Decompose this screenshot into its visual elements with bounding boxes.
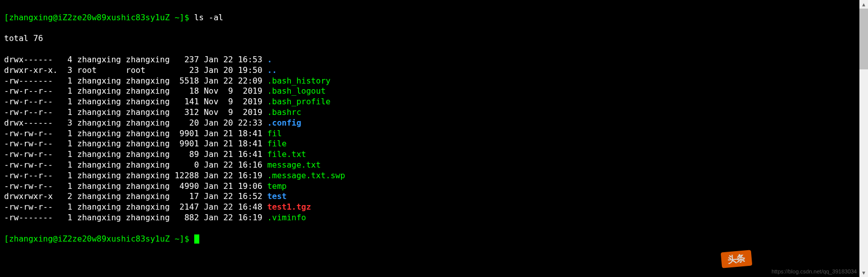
file-name: test1.tgz	[267, 202, 311, 212]
list-row: -rw-rw-r-- 1 zhangxing zhangxing 9901 Ja…	[4, 139, 864, 149]
total-line: total 76	[4, 33, 864, 44]
list-row: drwx------ 4 zhangxing zhangxing 237 Jan…	[4, 55, 864, 65]
file-meta: -rw-rw-r-- 1 zhangxing zhangxing 4990 Ja…	[4, 181, 267, 191]
file-name: temp	[267, 181, 287, 191]
file-name: .viminfo	[267, 213, 306, 222]
csdn-watermark: https://blog.csdn.net/qq_39183034	[771, 268, 857, 275]
scroll-down-button[interactable]: ▼	[859, 268, 868, 277]
file-meta: -rw-r--r-- 1 zhangxing zhangxing 12288 J…	[4, 171, 267, 180]
list-row: -rw-rw-r-- 1 zhangxing zhangxing 89 Jan …	[4, 149, 864, 160]
toutiao-badge: 头条	[721, 250, 753, 268]
vertical-scrollbar[interactable]: ▲ ▼	[859, 0, 868, 277]
file-name: fil	[267, 129, 282, 138]
list-row: drwxrwxr-x 2 zhangxing zhangxing 17 Jan …	[4, 191, 864, 202]
prompt-line: [zhangxing@iZ2ze20w89xushic83sy1uZ ~]$ l…	[4, 13, 864, 23]
list-row: -rw------- 1 zhangxing zhangxing 882 Jan…	[4, 213, 864, 223]
list-row: -rw-rw-r-- 1 zhangxing zhangxing 2147 Ja…	[4, 202, 864, 213]
file-meta: -rw-rw-r-- 1 zhangxing zhangxing 9901 Ja…	[4, 129, 267, 138]
scroll-up-button[interactable]: ▲	[859, 0, 868, 9]
shell-prompt: [zhangxing@iZ2ze20w89xushic83sy1uZ ~]$	[4, 13, 194, 22]
list-row: -rw-r--r-- 1 zhangxing zhangxing 12288 J…	[4, 171, 864, 181]
scroll-thumb[interactable]	[859, 9, 868, 69]
file-name: message.txt	[267, 160, 321, 170]
list-row: -rw-rw-r-- 1 zhangxing zhangxing 0 Jan 2…	[4, 160, 864, 171]
file-meta: -rw-r--r-- 1 zhangxing zhangxing 18 Nov …	[4, 86, 267, 96]
shell-prompt: [zhangxing@iZ2ze20w89xushic83sy1uZ ~]$	[4, 234, 194, 244]
file-meta: -rw-r--r-- 1 zhangxing zhangxing 312 Nov…	[4, 107, 267, 117]
file-name: .bashrc	[267, 107, 301, 117]
file-meta: -rw------- 1 zhangxing zhangxing 5518 Ja…	[4, 76, 267, 86]
file-name: .message.txt.swp	[267, 171, 345, 180]
file-name: .bash_profile	[267, 97, 330, 106]
list-row: drwxr-xr-x. 3 root root 23 Jan 20 19:50 …	[4, 65, 864, 76]
file-name: ..	[267, 65, 277, 75]
file-meta: drwxrwxr-x 2 zhangxing zhangxing 17 Jan …	[4, 191, 267, 201]
file-meta: drwx------ 4 zhangxing zhangxing 237 Jan…	[4, 55, 267, 64]
list-row: -rw------- 1 zhangxing zhangxing 5518 Ja…	[4, 76, 864, 87]
prompt-line-2: [zhangxing@iZ2ze20w89xushic83sy1uZ ~]$	[4, 234, 864, 245]
terminal-output[interactable]: [zhangxing@iZ2ze20w89xushic83sy1uZ ~]$ l…	[0, 0, 868, 257]
file-name: file.txt	[267, 149, 306, 159]
file-meta: drwxr-xr-x. 3 root root 23 Jan 20 19:50	[4, 65, 267, 75]
file-meta: -rw-rw-r-- 1 zhangxing zhangxing 9901 Ja…	[4, 139, 267, 148]
file-name: test	[267, 191, 287, 201]
file-meta: -rw-rw-r-- 1 zhangxing zhangxing 89 Jan …	[4, 149, 267, 159]
file-name: .bash_history	[267, 76, 330, 86]
list-row: -rw-rw-r-- 1 zhangxing zhangxing 9901 Ja…	[4, 129, 864, 139]
file-meta: -rw------- 1 zhangxing zhangxing 882 Jan…	[4, 213, 267, 222]
file-meta: -rw-r--r-- 1 zhangxing zhangxing 141 Nov…	[4, 97, 267, 106]
file-meta: drwx------ 3 zhangxing zhangxing 20 Jan …	[4, 118, 267, 128]
cursor-block	[194, 234, 199, 244]
file-name: file	[267, 139, 287, 148]
list-row: -rw-r--r-- 1 zhangxing zhangxing 141 Nov…	[4, 97, 864, 107]
command-text: ls -al	[194, 13, 224, 22]
file-name: .	[267, 55, 272, 64]
file-meta: -rw-rw-r-- 1 zhangxing zhangxing 0 Jan 2…	[4, 160, 267, 170]
list-row: -rw-rw-r-- 1 zhangxing zhangxing 4990 Ja…	[4, 181, 864, 192]
file-listing: drwx------ 4 zhangxing zhangxing 237 Jan…	[4, 55, 864, 223]
list-row: -rw-r--r-- 1 zhangxing zhangxing 18 Nov …	[4, 86, 864, 97]
list-row: -rw-r--r-- 1 zhangxing zhangxing 312 Nov…	[4, 107, 864, 118]
file-name: .config	[267, 118, 301, 128]
file-meta: -rw-rw-r-- 1 zhangxing zhangxing 2147 Ja…	[4, 202, 267, 212]
file-name: .bash_logout	[267, 86, 326, 96]
list-row: drwx------ 3 zhangxing zhangxing 20 Jan …	[4, 118, 864, 129]
